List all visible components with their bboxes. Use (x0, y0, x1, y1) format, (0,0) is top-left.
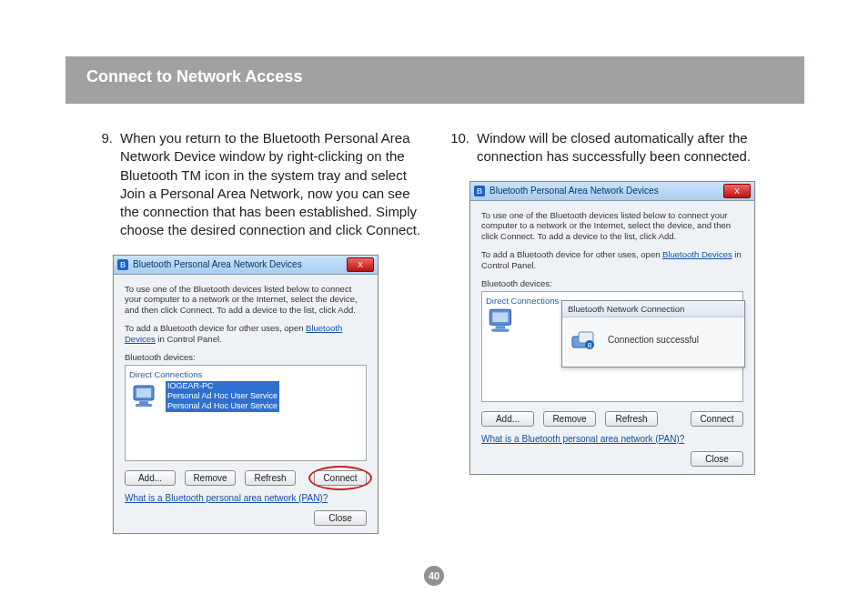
svg-rect-3 (136, 404, 152, 407)
close-icon[interactable]: X (723, 184, 751, 198)
bluetooth-devices-link[interactable]: Bluetooth Devices (662, 249, 732, 259)
remove-button[interactable]: Remove (543, 411, 596, 427)
dialog-titlebar: B Bluetooth Personal Area Network Device… (114, 256, 378, 275)
step-text: Window will be closed automatically afte… (477, 129, 786, 166)
page-number-badge: 40 (424, 566, 444, 586)
popup-title: Bluetooth Network Connection (562, 301, 744, 317)
pan-help-link[interactable]: What is a Bluetooth personal area networ… (125, 493, 328, 503)
connect-button[interactable]: Connect (314, 470, 367, 486)
add-button[interactable]: Add... (125, 470, 176, 486)
network-bluetooth-icon: B (571, 330, 595, 350)
close-button[interactable]: Close (314, 510, 367, 526)
step-text: When you return to the Bluetooth Persona… (120, 129, 423, 240)
help-row: What is a Bluetooth personal area networ… (125, 493, 367, 503)
refresh-button[interactable]: Refresh (605, 411, 658, 427)
device-list-label: Bluetooth devices: (125, 352, 367, 362)
device-group-header: Direct Connections (129, 369, 362, 379)
dialog-title: Bluetooth Personal Area Network Devices (490, 186, 723, 196)
remove-button[interactable]: Remove (185, 470, 236, 486)
device-service-1: Personal Ad Hoc User Service (166, 391, 279, 401)
connect-button[interactable]: Connect (691, 411, 743, 427)
computer-icon (486, 307, 519, 335)
dialog-other-uses-text: To add a Bluetooth device for other uses… (125, 323, 367, 345)
popup-message: Connection successful (608, 335, 699, 345)
close-row: Close (125, 510, 367, 526)
device-service-2: Personal Ad Hoc User Service (166, 401, 279, 411)
dialog-button-row: Add... Remove Refresh Connect (125, 470, 367, 486)
bt-pan-dialog-2: B Bluetooth Personal Area Network Device… (469, 181, 755, 475)
bluetooth-icon: B (474, 186, 485, 196)
screenshot-step-9: B Bluetooth Personal Area Network Device… (113, 255, 423, 534)
close-button[interactable]: Close (691, 451, 743, 467)
step-9: 9. When you return to the Bluetooth Pers… (82, 129, 423, 240)
dialog-body: To use one of the Bluetooth devices list… (114, 275, 378, 533)
svg-rect-5 (492, 312, 508, 322)
connection-popup: Bluetooth Network Connection B Connectio… (561, 300, 745, 367)
close-row: Close (481, 451, 743, 467)
bt-pan-dialog: B Bluetooth Personal Area Network Device… (113, 255, 378, 534)
add-button[interactable]: Add... (481, 411, 534, 427)
popup-body: B Connection successful (562, 317, 744, 367)
device-text: IOGEAR-PC Personal Ad Hoc User Service P… (166, 381, 279, 412)
dialog-other-uses-text: To add a Bluetooth device for other uses… (481, 249, 743, 271)
right-column: 10. Window will be closed automatically … (439, 129, 786, 475)
step-number: 10. (439, 129, 477, 166)
manual-page: Connect to Network Access 9. When you re… (0, 0, 868, 604)
connect-button-highlight: Connect (314, 470, 367, 486)
dialog-titlebar: B Bluetooth Personal Area Network Device… (470, 182, 754, 201)
bluetooth-icon: B (117, 259, 128, 270)
dialog-button-row: Add... Remove Refresh Connect (481, 411, 743, 427)
device-item-selected[interactable]: IOGEAR-PC Personal Ad Hoc User Service P… (129, 381, 362, 412)
dialog-title: Bluetooth Personal Area Network Devices (133, 259, 347, 269)
computer-icon (129, 383, 162, 410)
svg-rect-7 (491, 328, 509, 331)
close-icon[interactable]: X (347, 257, 374, 272)
dialog-intro-text: To use one of the Bluetooth devices list… (481, 210, 743, 243)
device-listbox[interactable]: Direct Connections IOGEAR-PC Personal Ad… (125, 365, 367, 461)
help-row: What is a Bluetooth personal area networ… (481, 434, 743, 444)
step-10: 10. Window will be closed automatically … (439, 129, 786, 166)
svg-text:B: B (588, 342, 592, 348)
left-column: 9. When you return to the Bluetooth Pers… (82, 129, 423, 534)
screenshot-step-10: B Bluetooth Personal Area Network Device… (469, 181, 786, 475)
svg-rect-1 (136, 388, 151, 398)
dialog-intro-text: To use one of the Bluetooth devices list… (125, 284, 367, 317)
svg-rect-2 (139, 401, 148, 404)
device-name: IOGEAR-PC (166, 381, 279, 391)
pan-help-link[interactable]: What is a Bluetooth personal area networ… (481, 434, 684, 444)
step-number: 9. (82, 129, 120, 240)
device-list-label: Bluetooth devices: (481, 278, 743, 288)
dialog-body: To use one of the Bluetooth devices list… (470, 201, 754, 474)
svg-rect-6 (496, 326, 506, 328)
section-header-title: Connect to Network Access (86, 67, 302, 86)
refresh-button[interactable]: Refresh (245, 470, 296, 486)
device-list-area: Direct Connections Bluetooth Network Con… (481, 291, 743, 402)
